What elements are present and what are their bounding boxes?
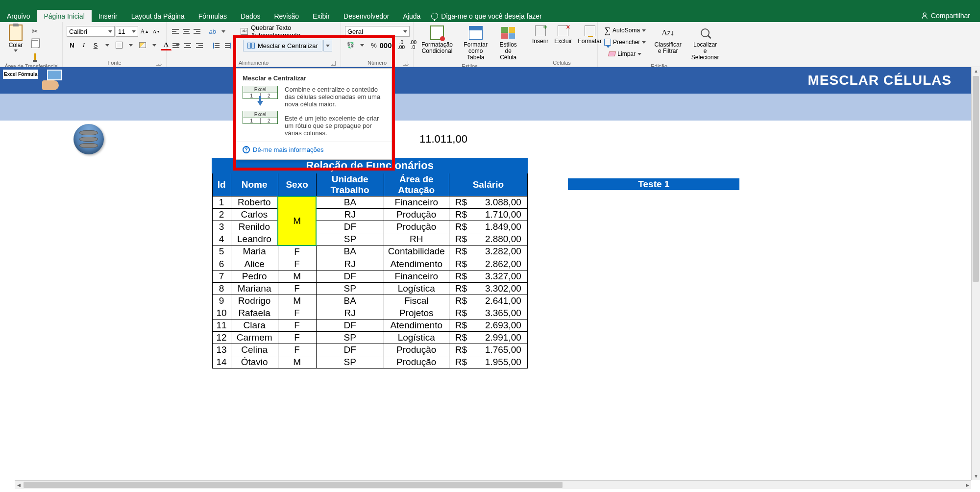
conditional-format-button[interactable]: Formatação Condicional <box>417 24 457 55</box>
align-left-icon <box>172 43 179 48</box>
cut-button[interactable]: ✂ <box>29 26 40 37</box>
fill-color-menu[interactable] <box>149 40 160 50</box>
format-icon <box>585 25 595 36</box>
bold-button[interactable]: N <box>67 40 77 50</box>
dialog-launcher[interactable] <box>403 61 408 66</box>
menu-tab-revisão[interactable]: Revisão <box>267 10 306 22</box>
orientation-menu[interactable] <box>219 26 228 37</box>
clear-button[interactable]: Limpar <box>602 49 648 59</box>
format-table-button[interactable]: Formatar como Tabela <box>459 24 492 62</box>
vertical-scrollbar[interactable]: ▲ ▼ <box>971 67 980 480</box>
sort-filter-button[interactable]: AZ↓Classificar e Filtrar <box>650 24 685 55</box>
merge-center-menu[interactable] <box>323 40 332 51</box>
accounting-button[interactable]: 💱 <box>345 40 356 50</box>
table-row[interactable]: 11ClaraFDFAtendimentoR$2.693,00 <box>212 319 527 331</box>
employees-table[interactable]: Relação de Funcionários IdNomeSexoUnidad… <box>212 158 528 369</box>
sigma-icon: ∑ <box>604 25 611 36</box>
scroll-left-button[interactable]: ◀ <box>15 481 23 489</box>
table-row[interactable]: 5MariaFBAContabilidadeR$3.282,00 <box>212 246 527 258</box>
table-row[interactable]: 8MarianaFSPLogísticaR$3.302,00 <box>212 282 527 295</box>
align-middle-icon <box>183 29 190 34</box>
menu-tab-fórmulas[interactable]: Fórmulas <box>192 10 234 22</box>
share-button[interactable]: Compartilhar <box>921 12 970 20</box>
table-row[interactable]: 13CelinaFDFProduçãoR$1.765,00 <box>212 344 527 356</box>
scroll-thumb[interactable] <box>24 482 563 488</box>
chevron-down-icon <box>221 30 225 33</box>
menu-tab-inserir[interactable]: Inserir <box>92 10 124 22</box>
table-row[interactable]: 6AliceFRJAtendimentoR$2.862,00 <box>212 258 527 270</box>
table-row[interactable]: 12CarmemFSPLogísticaR$2.991,00 <box>212 331 527 344</box>
copy-button[interactable] <box>29 39 40 49</box>
underline-button[interactable]: S <box>90 40 101 50</box>
font-name-select[interactable]: Calibri <box>67 26 115 37</box>
percent-button[interactable]: % <box>368 40 379 50</box>
format-painter-button[interactable] <box>29 51 40 62</box>
table-row[interactable]: 7PedroMDFFinanceiroR$3.327,00 <box>212 270 527 282</box>
accounting-menu[interactable] <box>357 40 368 50</box>
decrease-indent-button[interactable] <box>211 40 221 51</box>
fill-button[interactable]: Preencher <box>602 37 648 48</box>
fill-color-button[interactable] <box>137 40 148 50</box>
table-row[interactable]: 9RodrigoMBAFiscalR$2.641,00 <box>212 295 527 307</box>
align-top-button[interactable] <box>171 26 180 37</box>
menu-tab-ajuda[interactable]: Ajuda <box>396 10 427 22</box>
table-row[interactable]: 3RenildoDFProduçãoR$1.849,00 <box>212 221 527 233</box>
lightbulb-icon <box>431 13 438 20</box>
align-center-button[interactable] <box>182 40 193 51</box>
increase-indent-button[interactable] <box>222 40 233 51</box>
align-right-button[interactable] <box>194 40 205 51</box>
align-left-button[interactable] <box>171 40 181 51</box>
comma-button[interactable]: 000 <box>380 40 391 50</box>
menu-tab-exibir[interactable]: Exibir <box>306 10 337 22</box>
table-row[interactable]: 10RafaelaFRJProjetosR$3.365,00 <box>212 307 527 319</box>
wrap-text-button[interactable]: Quebrar Texto Automaticamente <box>237 26 337 37</box>
merged-sexo-cell[interactable]: M <box>278 197 316 246</box>
tooltip-text-2: Este é um jeito excelente de criar um ró… <box>285 115 385 137</box>
number-format-select[interactable]: Geral <box>345 26 410 37</box>
menu-tab-arquivo[interactable]: Arquivo <box>0 10 37 22</box>
border-menu[interactable] <box>125 40 136 50</box>
orientation-button[interactable]: ab <box>208 26 218 37</box>
menu-tab-página-inicial[interactable]: Página Inicial <box>37 10 91 22</box>
chevron-down-icon <box>108 30 112 33</box>
scroll-thumb[interactable] <box>973 76 979 282</box>
scroll-down-button[interactable]: ▼ <box>972 472 980 480</box>
underline-menu[interactable] <box>102 40 113 50</box>
table-row[interactable]: 2CarlosRJProduçãoR$1.710,00 <box>212 209 527 221</box>
header-área-de-atuação: Área de Atuação <box>384 173 449 197</box>
align-bottom-icon <box>194 29 200 34</box>
banner-info: 11.011,00 <box>0 121 971 158</box>
increase-font-button[interactable]: A▲ <box>139 26 150 37</box>
find-select-button[interactable]: Localizar e Selecionar <box>687 24 723 62</box>
paste-button[interactable]: Colar <box>4 24 27 53</box>
dialog-launcher[interactable] <box>156 61 161 66</box>
teste-cell: Teste 1 <box>568 178 739 190</box>
table-row[interactable]: 4LeandroSPRHR$2.880,00 <box>212 233 527 246</box>
menu-tab-dados[interactable]: Dados <box>234 10 267 22</box>
decrease-font-button[interactable]: A▼ <box>151 26 162 37</box>
border-button[interactable] <box>114 40 124 50</box>
scroll-right-button[interactable]: ▶ <box>963 481 971 489</box>
group-font: Calibri 11 A▲ A▼ N I S A Fonte <box>63 22 167 67</box>
menu-tab-desenvolvedor[interactable]: Desenvolvedor <box>337 10 396 22</box>
increase-decimal-button[interactable]: .0.00 <box>396 40 407 50</box>
italic-button[interactable]: I <box>78 40 89 50</box>
cell-styles-button[interactable]: Estilos de Célula <box>494 24 522 62</box>
dialog-launcher[interactable] <box>331 61 336 66</box>
horizontal-scrollbar[interactable]: ◀ ▶ <box>15 480 971 489</box>
autosum-button[interactable]: ∑AutoSoma <box>602 25 648 36</box>
insert-button[interactable]: Inserir <box>530 24 550 46</box>
menu-tab-layout-da-página[interactable]: Layout da Página <box>124 10 192 22</box>
scroll-up-button[interactable]: ▲ <box>972 67 980 75</box>
table-row[interactable]: 1RobertoMBAFinanceiroR$3.088,00 <box>212 197 527 209</box>
currency-icon: 💱 <box>347 42 354 49</box>
worksheet[interactable]: Excel Fórmula MESCLAR CÉLULAS 11.011,00 … <box>0 67 971 480</box>
align-middle-button[interactable] <box>181 26 191 37</box>
font-size-select[interactable]: 11 <box>116 26 138 37</box>
tell-me-search[interactable]: Diga-me o que você deseja fazer <box>431 10 541 22</box>
merge-center-button[interactable]: Mesclar e Centralizar <box>243 40 322 51</box>
align-bottom-button[interactable] <box>192 26 202 37</box>
delete-button[interactable]: Excluir <box>552 24 574 46</box>
tooltip-more-link[interactable]: ? Dê-me mais informações <box>243 146 385 153</box>
table-row[interactable]: 14ÓtavioMSPProduçãoR$1.955,00 <box>212 356 527 368</box>
